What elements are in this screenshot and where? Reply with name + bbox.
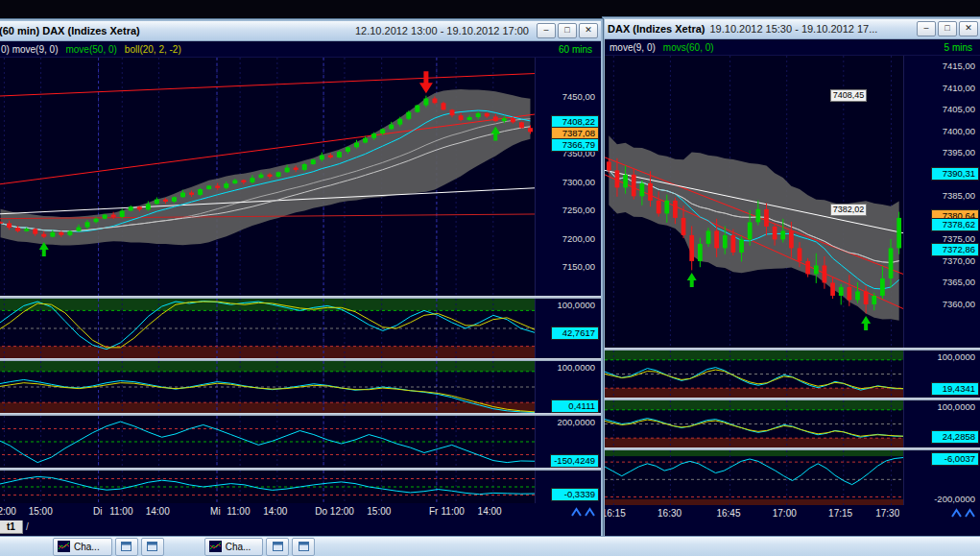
time-axis[interactable]: 12:0015:00Di11:0014:00Mi11:0014:00Do12:0…: [0, 503, 531, 520]
window-buttons: – □ ✕: [537, 23, 598, 38]
price-label-box: -0,3339: [551, 488, 599, 501]
chart-window-60min: (60 min) DAX (Indizes Xetra) 12.10.2012 …: [0, 19, 603, 536]
time-label: 16:30: [657, 508, 681, 519]
time-label: 12:00: [330, 506, 354, 517]
indicator-bar-left: 0) move(9, 0)move(50, 0)boll(20, 2, -2) …: [0, 41, 601, 58]
taskbar-item-label: Cha...: [226, 542, 251, 552]
panel-scale-max: 200,0000: [557, 417, 595, 427]
price-label-box: 7372,86: [931, 243, 979, 256]
price-tick: 7410,00: [943, 83, 975, 94]
window-buttons: – □ ✕: [917, 21, 978, 36]
maximize-button[interactable]: □: [938, 21, 957, 36]
scroll-down-icon: [585, 507, 595, 518]
scroll-up-icon: [571, 507, 582, 518]
indicator-label: movs(60, 0): [663, 42, 714, 53]
oscillator-panel-1[interactable]: [0, 299, 535, 358]
price-label-box: 0,4111: [551, 399, 599, 413]
price-label-box: 7390,31: [931, 167, 979, 181]
price-scale[interactable]: 7415,007410,007405,007400,007395,007390,…: [903, 56, 980, 348]
time-label: 15:00: [367, 506, 391, 517]
price-tick: 7200,00: [562, 233, 595, 245]
price-scale[interactable]: 7450,007400,007350,007300,007250,007200,…: [535, 58, 601, 296]
main-chart[interactable]: 7408,457382,02: [605, 56, 903, 348]
oscillator-scale-1[interactable]: 100,000019,4341: [903, 351, 980, 398]
tab-divider: /: [26, 520, 29, 533]
chart-window-5min: DAX (Indizes Xetra) 19.10.2012 15:30 - 1…: [603, 17, 980, 536]
chart-scroll-arrows[interactable]: [531, 503, 601, 520]
main-chart[interactable]: [0, 58, 535, 296]
time-label: 15:00: [29, 506, 53, 517]
titlebar-left[interactable]: (60 min) DAX (Indizes Xetra) 12.10.2012 …: [0, 21, 601, 41]
oscillator-scale-3[interactable]: -200,0000-6,0037: [903, 450, 980, 505]
time-label: 11:00: [109, 506, 132, 517]
time-label: 17:30: [875, 508, 899, 519]
time-label: 14:00: [146, 506, 170, 517]
minimize-button[interactable]: –: [917, 21, 936, 36]
oscillator-scale-2[interactable]: 100,00000,4111: [535, 361, 601, 413]
time-label: 17:00: [773, 508, 797, 519]
oscillator-scale-1[interactable]: 100,000042,7617: [535, 299, 601, 358]
oscillator-panel-4[interactable]: [0, 471, 535, 503]
taskbar-item-chart-2[interactable]: Cha...: [204, 538, 264, 556]
oscillator-panel-3[interactable]: [0, 416, 535, 468]
indicator-label: move(50, 0): [65, 44, 116, 55]
maximize-button[interactable]: □: [558, 23, 577, 38]
time-label: Di: [93, 506, 102, 517]
price-label-box: 42,7617: [551, 326, 599, 340]
time-label: Fr: [429, 506, 438, 517]
indicator-bar-right: move(9, 0)movs(60, 0) 5 mins: [605, 39, 980, 56]
price-tick: 7360,00: [943, 299, 975, 310]
oscillator-scale-4[interactable]: -0,3339: [535, 471, 601, 503]
time-label: 17:15: [828, 508, 852, 519]
taskbar-item-label: Cha...: [74, 542, 100, 552]
timeframe-label: 5 mins: [944, 42, 976, 53]
price-tick: 7250,00: [562, 205, 595, 216]
window-icon: [273, 542, 283, 551]
taskbar-mini-button[interactable]: [266, 538, 289, 556]
time-label: 12:00: [0, 506, 16, 517]
indicator-labels: move(9, 0)movs(60, 0): [610, 42, 722, 53]
oscillator-panel-2[interactable]: [605, 400, 903, 447]
scroll-up-icon: [951, 508, 962, 519]
indicator-label: 0) move(9, 0): [1, 44, 58, 55]
oscillator-panel-2[interactable]: [0, 361, 535, 413]
window-title: (60 min) DAX (Indizes Xetra): [0, 25, 140, 36]
sheet-tab-t1[interactable]: t1: [0, 520, 23, 534]
chart-scroll-arrows[interactable]: [899, 505, 980, 521]
price-label-box: 7378,62: [931, 218, 979, 231]
panel-scale-max: 100,0000: [937, 351, 975, 362]
titlebar-right[interactable]: DAX (Indizes Xetra) 19.10.2012 15:30 - 1…: [605, 19, 980, 39]
oscillator-panel-3[interactable]: [605, 450, 903, 505]
price-tick: 7385,00: [943, 190, 975, 202]
chart-window-icon: [58, 541, 70, 552]
price-label-box: 24,2858: [931, 430, 979, 444]
price-label-box: 7366,79: [551, 138, 599, 152]
time-label: Mi: [210, 506, 221, 517]
time-label: 16:45: [716, 508, 740, 519]
oscillator-scale-2[interactable]: 100,000024,2858: [903, 400, 980, 447]
price-tick: 7450,00: [562, 91, 595, 103]
timeframe-label: 60 mins: [559, 44, 596, 55]
indicator-label: boll(20, 2, -2): [125, 44, 181, 55]
taskbar-mini-button[interactable]: [292, 538, 315, 556]
time-label: 11:00: [442, 506, 465, 517]
taskbar-group-1: Cha...: [53, 538, 164, 556]
price-tick: 7415,00: [943, 60, 975, 72]
panel-scale-max: 100,0000: [937, 401, 975, 412]
price-tick: 7405,00: [943, 104, 975, 115]
taskbar: Cha... Cha...: [0, 536, 980, 556]
time-axis[interactable]: 16:1516:3016:4517:0017:1517:30: [605, 505, 899, 521]
close-button[interactable]: ✕: [959, 21, 978, 36]
time-label: 14:00: [263, 506, 287, 517]
chart-price-label: 7382,02: [830, 204, 868, 216]
taskbar-mini-button[interactable]: [115, 538, 138, 556]
close-button[interactable]: ✕: [579, 23, 598, 38]
window-icon: [147, 542, 157, 551]
taskbar-mini-button[interactable]: [141, 538, 164, 556]
date-range: 19.10.2012 15:30 - 19.10.2012 17...: [709, 23, 877, 35]
price-tick: 7395,00: [943, 147, 975, 158]
oscillator-panel-1[interactable]: [605, 351, 903, 398]
oscillator-scale-3[interactable]: 200,0000-150,4249: [535, 416, 601, 468]
taskbar-item-chart-1[interactable]: Cha...: [53, 538, 112, 556]
minimize-button[interactable]: –: [537, 23, 556, 38]
